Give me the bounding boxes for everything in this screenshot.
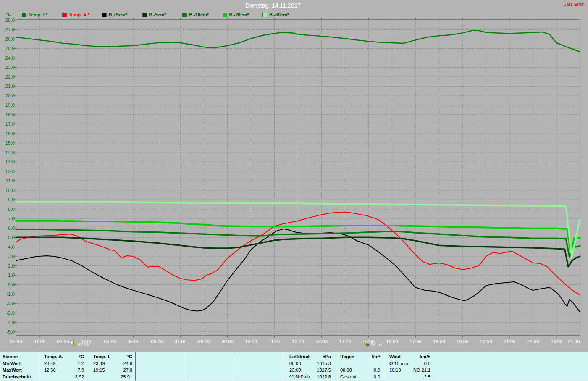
stats-row-label: Durchschnitt [3,373,31,380]
stats-col-name: Wind [389,353,401,360]
stats-col-unit: hPa [323,353,331,360]
svg-text:22.0: 22.0 [5,74,15,79]
stats-col-name: Luftdruck [289,353,311,360]
svg-text:14.0: 14.0 [5,150,15,155]
svg-text:22:00: 22:00 [527,339,539,344]
y-axis-labels: -5.0-4.0-3.0-2.0-1.00.01.02.03.04.05.06.… [5,18,15,334]
axis-ticks [13,18,580,338]
svg-text:15.0: 15.0 [5,140,15,145]
moonrise-icon [70,341,77,346]
stats-col-wind: Windkm/hØ 10 min.0.010:10NO 21.12.5 [383,352,434,381]
svg-text:23.0: 23.0 [5,65,15,70]
stats-cell-value: 7.9 [78,367,84,373]
svg-text:07:00: 07:00 [174,339,186,344]
marker-time-label: 02:28 [77,342,89,347]
svg-text:19:00: 19:00 [457,339,469,344]
svg-text:09:00: 09:00 [221,339,234,344]
stats-table: SensorMinWertMaxWertDurchschnittTemp. A.… [0,352,588,381]
marker-time-label: 14:57 [371,342,383,347]
svg-text:10:00: 10:00 [245,339,257,344]
series-b-5cm [16,237,580,267]
svg-text:25.0: 25.0 [5,46,15,51]
svg-text:18:00: 18:00 [433,339,445,344]
svg-text:13.0: 13.0 [5,159,15,164]
svg-text:5.0: 5.0 [8,235,15,240]
stats-cell-value: 3.92 [75,373,84,380]
svg-text:-2.0: -2.0 [6,301,15,306]
stats-col-name: Regen [340,353,354,360]
svg-text:13:00: 13:00 [315,339,328,344]
stats-row-label: Sensor [3,353,18,360]
x-axis-labels: 00:0001:0002:0003:0004:0005:0006:0007:00… [10,339,580,344]
svg-text:11.0: 11.0 [5,178,15,183]
stats-cell-time: ^1.6hPa/h [289,373,310,380]
svg-text:0.0: 0.0 [8,282,15,287]
svg-text:12:00: 12:00 [292,339,304,344]
stats-row-label: MinWert [3,360,21,367]
stats-cell-time: Ø 10 min. [389,360,410,367]
svg-text:00:00: 00:00 [10,339,22,344]
stats-cell-time: 00:00 [289,360,301,367]
stats-cell-time: 19:15 [93,367,105,373]
svg-text:21:00: 21:00 [504,339,516,344]
stats-cell-value: 25.91 [121,373,132,380]
stats-cell-time: 00:00 [340,367,352,373]
stats-cell-value: 0.0 [424,360,430,367]
svg-text:27.0: 27.0 [5,27,15,32]
stats-cell-value: 27.0 [123,367,132,373]
stats-cell-time: 23:49 [93,360,105,367]
svg-text:9.0: 9.0 [8,197,15,202]
svg-text:21.0: 21.0 [5,84,15,89]
stats-col-temp-a: Temp. A.°C23:49-1.212:507.93.92 [38,352,87,381]
svg-text:28.0: 28.0 [5,18,15,23]
stats-col-unit: °C [127,353,132,360]
stats-row-label: MaxWert [3,367,22,373]
svg-text:17:00: 17:00 [410,339,422,344]
stats-col-unit: km/h [420,353,430,360]
stats-cell-value: NO 21.1 [413,367,430,373]
stats-col-unit: °C [79,353,84,360]
svg-text:17.0: 17.0 [5,121,15,126]
svg-text:3.0: 3.0 [8,254,15,259]
stats-cell-value: 2.5 [424,373,430,380]
stats-cell-value: -1.2 [76,360,84,367]
stats-cell-value: 1022.8 [317,373,331,380]
svg-text:4.0: 4.0 [8,244,15,250]
svg-text:6.0: 6.0 [8,226,15,231]
svg-text:23:00: 23:00 [551,339,563,344]
svg-text:02:00: 02:00 [57,339,69,344]
stats-col-empty-2 [135,352,186,381]
svg-text:1.0: 1.0 [8,273,15,278]
stats-cell-time: Gesamt: [340,373,358,380]
stats-row-labels: SensorMinWertMaxWertDurchschnitt [0,352,38,381]
svg-text:08:00: 08:00 [198,339,210,344]
stats-col-empty-4 [235,352,284,381]
svg-text:-1.0: -1.0 [6,292,15,297]
svg-text:-5.0: -5.0 [6,329,15,334]
svg-text:05:00: 05:00 [127,339,139,344]
svg-text:18.0: 18.0 [5,112,15,117]
chart-area[interactable]: -5.0-4.0-3.0-2.0-1.00.01.02.03.04.05.06.… [0,0,588,352]
svg-text:-3.0: -3.0 [6,310,15,315]
svg-text:19.0: 19.0 [5,102,15,108]
svg-text:16:00: 16:00 [386,339,398,344]
stats-cell-time: 23:00 [289,367,301,373]
svg-text:01:00: 01:00 [34,339,46,344]
svg-text:12.0: 12.0 [5,169,15,174]
svg-text:20.0: 20.0 [5,93,15,98]
stats-cell-value: 0.0 [374,373,380,380]
svg-text:2.0: 2.0 [8,263,15,268]
stats-col-temp-i: Temp. I.°C23:4924.619:1527.025.91 [87,352,136,381]
stats-cell-time: 23:49 [44,360,56,367]
svg-text:06:00: 06:00 [151,339,163,344]
stats-col-name: Temp. I. [93,353,110,360]
chart-grid [16,21,580,335]
svg-text:-4.0: -4.0 [6,320,15,325]
svg-text:24.0: 24.0 [5,55,15,60]
svg-text:26.0: 26.0 [5,37,15,42]
stats-col-empty-3 [186,352,235,381]
stats-cell-value: 1027.5 [317,367,331,373]
stats-cell-value: 24.6 [123,360,132,367]
svg-text:20:00: 20:00 [480,339,492,344]
svg-text:8.0: 8.0 [8,207,15,212]
